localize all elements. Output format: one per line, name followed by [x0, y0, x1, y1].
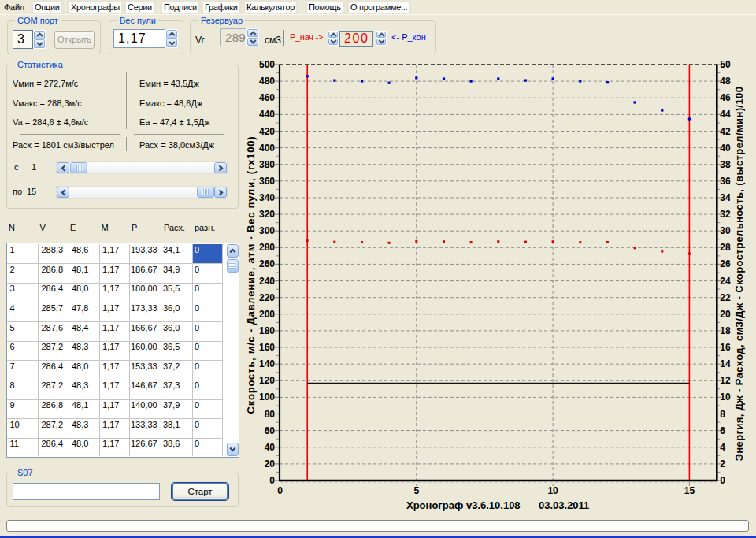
- svg-text:30: 30: [720, 225, 731, 236]
- svg-text:48: 48: [720, 76, 731, 87]
- svg-text:50: 50: [720, 59, 731, 70]
- svg-text:60: 60: [265, 425, 276, 436]
- svg-text:400: 400: [259, 143, 275, 154]
- svg-text:240: 240: [259, 276, 275, 287]
- svg-text:32: 32: [720, 209, 731, 220]
- svg-text:28: 28: [720, 242, 731, 253]
- svg-text:20: 20: [720, 309, 731, 320]
- svg-text:460: 460: [259, 92, 275, 103]
- svg-text:36: 36: [720, 176, 731, 187]
- svg-text:38: 38: [720, 159, 731, 170]
- svg-text:Скорость, м/с - Давление, ат: Скорость, м/с - Давление, атм - Вес пули…: [245, 136, 257, 414]
- svg-text:26: 26: [720, 258, 731, 269]
- svg-text:22: 22: [720, 292, 731, 303]
- svg-text:Энергия, Дж - Расход, см3/Дж: Энергия, Дж - Расход, см3/Дж - Скоростре…: [733, 87, 745, 462]
- svg-text:15: 15: [684, 485, 695, 496]
- svg-text:220: 220: [259, 292, 275, 303]
- svg-text:44: 44: [720, 109, 731, 120]
- svg-text:340: 340: [259, 192, 275, 203]
- svg-text:260: 260: [259, 258, 275, 269]
- svg-text:6: 6: [720, 425, 725, 436]
- svg-text:18: 18: [720, 325, 731, 336]
- svg-text:0: 0: [277, 485, 283, 496]
- svg-text:40: 40: [265, 442, 276, 453]
- svg-text:140: 140: [259, 358, 275, 369]
- svg-text:34: 34: [720, 192, 731, 203]
- svg-text:320: 320: [259, 209, 275, 220]
- svg-text:4: 4: [720, 442, 725, 453]
- svg-text:180: 180: [259, 325, 275, 336]
- svg-text:440: 440: [259, 109, 275, 120]
- svg-text:5: 5: [413, 485, 419, 496]
- svg-text:12: 12: [720, 375, 731, 386]
- svg-text:14: 14: [720, 358, 731, 369]
- svg-text:120: 120: [259, 375, 275, 386]
- svg-text:40: 40: [720, 143, 731, 154]
- svg-text:360: 360: [259, 176, 275, 187]
- svg-text:160: 160: [259, 342, 275, 353]
- svg-text:46: 46: [720, 92, 731, 103]
- svg-text:280: 280: [259, 242, 275, 253]
- svg-text:20: 20: [265, 458, 276, 469]
- svg-text:480: 480: [259, 76, 275, 87]
- svg-text:24: 24: [720, 276, 731, 287]
- svg-text:42: 42: [720, 126, 731, 137]
- svg-text:500: 500: [259, 59, 275, 70]
- svg-text:200: 200: [259, 309, 275, 320]
- svg-text:8: 8: [720, 409, 725, 420]
- svg-text:16: 16: [720, 342, 731, 353]
- svg-text:0: 0: [269, 475, 275, 486]
- svg-text:80: 80: [265, 409, 276, 420]
- svg-text:0: 0: [720, 475, 725, 486]
- svg-text:420: 420: [259, 126, 275, 137]
- svg-text:03.03.2011: 03.03.2011: [539, 499, 589, 511]
- svg-text:2: 2: [720, 458, 725, 469]
- svg-text:380: 380: [259, 159, 275, 170]
- svg-text:Хронограф v3.6.10.108: Хронограф v3.6.10.108: [406, 499, 521, 511]
- svg-text:100: 100: [259, 391, 275, 403]
- svg-text:10: 10: [720, 391, 731, 403]
- svg-text:10: 10: [547, 485, 558, 496]
- svg-text:300: 300: [259, 225, 275, 236]
